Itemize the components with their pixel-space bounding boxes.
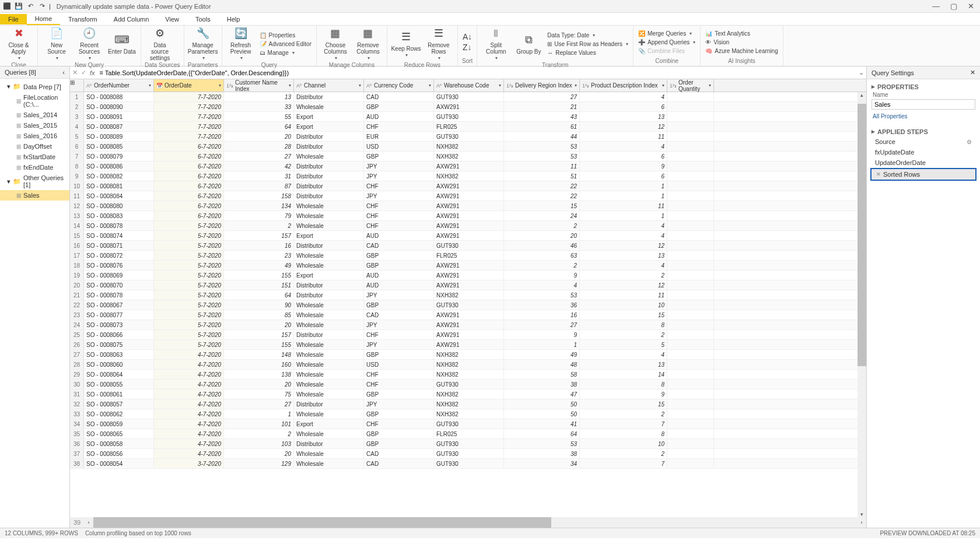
cell[interactable]: 5-7-2020 — [154, 310, 224, 320]
transform-tab[interactable]: Transform — [60, 14, 106, 24]
cell[interactable]: JPY — [364, 399, 434, 409]
cell[interactable]: 4-7-2020 — [154, 429, 224, 438]
cell[interactable]: SO - 0008065 — [84, 429, 154, 438]
cell[interactable]: NXH382 — [434, 389, 504, 399]
cell[interactable]: 12 — [580, 241, 667, 250]
cell[interactable]: GUT930 — [434, 459, 504, 468]
cell[interactable] — [667, 429, 714, 438]
cell[interactable] — [667, 181, 714, 191]
cell[interactable]: SO - 0008060 — [84, 360, 154, 369]
scroll-down-icon[interactable]: ▾ — [858, 511, 866, 517]
cell[interactable]: GBP — [364, 429, 434, 438]
cell[interactable] — [667, 231, 714, 240]
cell[interactable]: 2 — [580, 409, 667, 419]
cell[interactable]: 5-7-2020 — [154, 231, 224, 240]
cell[interactable]: 5-7-2020 — [154, 320, 224, 329]
cell[interactable]: 4-7-2020 — [154, 380, 224, 389]
cell[interactable]: 58 — [504, 370, 580, 379]
cell[interactable] — [667, 380, 714, 389]
cell[interactable]: AXW291 — [434, 280, 504, 290]
cell[interactable]: Wholesale — [294, 300, 364, 310]
cell[interactable]: 85 — [224, 310, 294, 320]
cell[interactable] — [667, 300, 714, 310]
cell[interactable]: AXW291 — [434, 231, 504, 240]
cell[interactable]: 44 — [504, 132, 580, 141]
applied-step-updateorderdate[interactable]: UpdateOrderDate — [870, 157, 977, 168]
cell[interactable]: 27 — [504, 92, 580, 101]
step-gear-icon[interactable]: ⚙ — [967, 139, 972, 145]
cell[interactable]: 9 — [504, 271, 580, 280]
cell[interactable]: Wholesale — [294, 310, 364, 320]
cell[interactable]: AUD — [364, 112, 434, 121]
cell[interactable] — [667, 409, 714, 419]
query-item[interactable]: ⊞Sales_2014 — [0, 110, 69, 120]
cell[interactable]: 8 — [580, 429, 667, 438]
cell[interactable]: 5-7-2020 — [154, 221, 224, 230]
table-row[interactable]: 14SO - 00080785-7-20202WholesaleCHFAXW29… — [70, 221, 866, 231]
cell[interactable]: GUT930 — [434, 112, 504, 121]
cell[interactable] — [667, 211, 714, 220]
table-row[interactable]: 7SO - 00080796-7-202027WholesaleGBPNXH38… — [70, 152, 866, 162]
cell[interactable]: GBP — [364, 350, 434, 359]
collapse-icon[interactable]: ‹ — [62, 69, 65, 76]
query-item[interactable]: ⊞Sales_2016 — [0, 131, 69, 141]
cell[interactable]: 5-7-2020 — [154, 340, 224, 349]
cell[interactable]: NXH382 — [434, 171, 504, 181]
cell[interactable]: SO - 0008067 — [84, 300, 154, 310]
table-row[interactable]: 18SO - 00080765-7-202049WholesaleGBPAXW2… — [70, 261, 866, 271]
cell[interactable]: 38 — [504, 380, 580, 389]
cell[interactable] — [667, 399, 714, 409]
cell[interactable]: 22 — [504, 181, 580, 191]
query-item[interactable]: ⊞DayOffset — [0, 141, 69, 152]
cell[interactable]: 4-7-2020 — [154, 409, 224, 419]
cell[interactable]: Export — [294, 231, 364, 240]
cell[interactable]: 4 — [580, 92, 667, 101]
cell[interactable]: AXW291 — [434, 211, 504, 220]
cell[interactable]: 5-7-2020 — [154, 251, 224, 260]
cell[interactable]: Distributor — [294, 290, 364, 300]
cell[interactable]: 4 — [580, 142, 667, 151]
group-by-button[interactable]: ⧉Group By — [513, 33, 544, 55]
cell[interactable] — [667, 92, 714, 101]
cell[interactable]: 16 — [504, 310, 580, 320]
cell[interactable]: Distributor — [294, 181, 364, 191]
cell[interactable] — [667, 370, 714, 379]
cell[interactable]: 20 — [504, 231, 580, 240]
cell[interactable]: CAD — [364, 310, 434, 320]
cell[interactable]: FLR025 — [434, 429, 504, 438]
query-item[interactable]: ⊞fxStartDate — [0, 152, 69, 162]
applied-step-source[interactable]: Source⚙ — [870, 136, 977, 147]
cell[interactable] — [667, 171, 714, 181]
datasource-settings-button[interactable]: ⚙Data source settings — [145, 27, 175, 61]
cell[interactable]: 46 — [504, 241, 580, 250]
cell[interactable]: AXW291 — [434, 181, 504, 191]
cell[interactable]: 79 — [224, 211, 294, 220]
cell[interactable]: Wholesale — [294, 449, 364, 458]
cell[interactable]: 7-7-2020 — [154, 132, 224, 141]
cell[interactable]: NXH382 — [434, 152, 504, 161]
cell[interactable]: 2 — [580, 271, 667, 280]
delete-step-icon[interactable]: ✕ — [876, 171, 881, 177]
cell[interactable]: 6 — [580, 171, 667, 181]
text-analytics-button[interactable]: 📊Text Analytics — [704, 30, 779, 37]
cell[interactable]: 4-7-2020 — [154, 389, 224, 399]
table-row[interactable]: 30SO - 00080554-7-202020WholesaleCHFGUT9… — [70, 380, 866, 389]
cell[interactable]: GUT930 — [434, 439, 504, 448]
cell[interactable]: GBP — [364, 152, 434, 161]
cell[interactable]: CHF — [364, 330, 434, 339]
table-row[interactable]: 31SO - 00080614-7-202075WholesaleGBPNXH3… — [70, 389, 866, 399]
cell[interactable]: Distributor — [294, 162, 364, 171]
cell[interactable]: SO - 0008081 — [84, 181, 154, 191]
cell[interactable]: 5-7-2020 — [154, 261, 224, 270]
cell[interactable]: 48 — [504, 360, 580, 369]
table-row[interactable]: 20SO - 00080705-7-2020151DistributorAUDA… — [70, 280, 866, 290]
cell[interactable]: 11 — [580, 201, 667, 210]
cell[interactable] — [667, 122, 714, 131]
cell[interactable] — [667, 271, 714, 280]
cell[interactable]: 6-7-2020 — [154, 162, 224, 171]
cell[interactable]: 2 — [224, 221, 294, 230]
cell[interactable]: 9 — [580, 162, 667, 171]
cell[interactable]: 129 — [224, 459, 294, 468]
cell[interactable]: Distributor — [294, 399, 364, 409]
cell[interactable]: 15 — [580, 310, 667, 320]
